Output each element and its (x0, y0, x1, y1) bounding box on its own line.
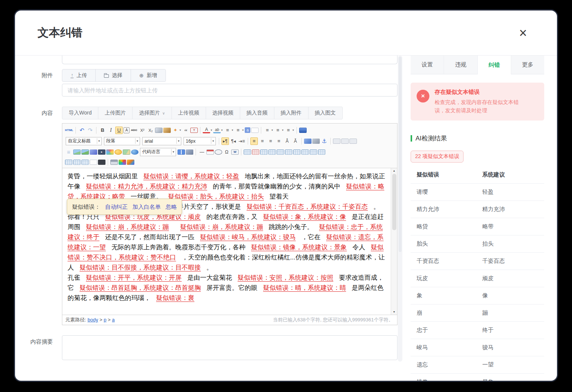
error-annotation[interactable]: 疑似错误：象，系统建议：像 (263, 213, 346, 220)
undo-icon[interactable]: ↶ (78, 127, 86, 134)
error-annotation[interactable]: 疑似错误：崩，系统建议：蹦 (180, 223, 263, 231)
insert-audio-button[interactable]: 插入音频 (240, 107, 274, 119)
special-char-icon[interactable]: Ω (223, 148, 230, 156)
first-line-indent-icon[interactable]: ⇥≡ (238, 137, 245, 145)
upload-video-button[interactable]: 上传视频 (172, 107, 206, 119)
path-link-body[interactable]: body (87, 317, 98, 323)
heading-select[interactable]: 自定义标题▾ (66, 137, 102, 145)
search-replace-icon[interactable] (98, 160, 105, 165)
suspected-error-row[interactable]: 千资百态千姿百态 (411, 253, 544, 270)
paragraph-format-select[interactable]: 段落▾ (104, 137, 140, 145)
highlight-color-icon[interactable]: ab (213, 127, 221, 133)
error-annotation[interactable]: 疑似错误：千资百态，系统建议：千姿百态 (247, 203, 368, 210)
table-fit-icon[interactable] (318, 149, 325, 155)
date-icon[interactable] (206, 149, 214, 155)
path-link-p[interactable]: p (104, 317, 106, 323)
font-color-icon[interactable]: A (203, 127, 210, 133)
title-input-partial[interactable] (62, 56, 397, 64)
tab-more[interactable]: 更多 (511, 56, 544, 74)
table-full-width-icon[interactable] (301, 149, 309, 155)
insert-table-icon[interactable] (244, 149, 251, 155)
align-left-icon[interactable]: ≡ (250, 137, 258, 145)
typeset-icon[interactable] (127, 160, 134, 165)
error-annotation[interactable]: 疑似错误：开平，系统建议：开屏 (86, 274, 182, 281)
attachment-url-input[interactable] (62, 84, 397, 96)
font-size-select[interactable]: 16px▾ (184, 137, 216, 145)
font-border-icon[interactable]: A (123, 127, 129, 133)
subscript-icon[interactable]: X₂ (147, 127, 154, 134)
auto-correct-link[interactable]: 自动纠正 (105, 202, 128, 212)
upload-image-button[interactable]: 上传图片 (98, 107, 132, 119)
redo-icon[interactable]: ↷ (86, 127, 94, 134)
scrollbar-thumb[interactable] (392, 174, 396, 230)
gmap-icon[interactable] (131, 149, 138, 155)
summary-textarea[interactable] (62, 335, 397, 360)
bold-icon[interactable]: B (99, 127, 106, 134)
align-center-icon[interactable]: ≡ (259, 137, 266, 145)
font-family-select[interactable]: arial▾ (142, 137, 181, 145)
underline-icon[interactable]: U (115, 127, 123, 134)
align-justify-icon[interactable]: ≡ (275, 137, 283, 145)
superscript-icon[interactable]: X² (138, 127, 146, 134)
italic-icon[interactable]: I (107, 127, 114, 134)
scroll-up-icon[interactable]: ▲ (393, 169, 396, 173)
anchor-text-icon[interactable]: a (245, 127, 250, 133)
suspected-error-row[interactable]: 胎头抬头 (411, 235, 544, 253)
suspected-error-row[interactable]: 忠于终于 (411, 322, 544, 339)
image-right-icon[interactable] (349, 139, 357, 144)
increase-font-icon[interactable]: Â (283, 137, 291, 145)
delete-table-icon[interactable] (252, 149, 259, 155)
correction-icon[interactable] (119, 160, 126, 165)
suspected-error-row[interactable]: 象像 (411, 287, 544, 305)
error-annotation[interactable]: 疑似错误：峻马，系统建议：骏马 (200, 234, 296, 241)
add-new-button[interactable]: ⊕新增 (131, 69, 166, 81)
new-doc-icon[interactable] (251, 128, 259, 133)
error-annotation[interactable]: 疑似错误：胎头，系统建议：抬头 (168, 193, 264, 200)
unordered-list-icon[interactable]: ≡ (234, 127, 242, 134)
image-center-icon[interactable] (341, 139, 349, 144)
time-icon[interactable] (215, 149, 222, 155)
suspected-error-row[interactable]: 略贷略带 (411, 218, 544, 235)
upload-image-icon[interactable] (81, 149, 89, 155)
horizontal-rule-icon[interactable]: — (198, 148, 206, 156)
code-language-select[interactable]: 代码语言▾ (140, 148, 176, 156)
unlink-icon[interactable] (312, 139, 320, 144)
template-doc-icon[interactable] (90, 160, 97, 165)
split-cell-icon[interactable] (293, 149, 301, 155)
form-scrollbar[interactable] (398, 56, 402, 362)
select-file-button[interactable]: 选择 (95, 69, 131, 81)
suspected-error-row[interactable]: 峻马骏马 (411, 339, 544, 356)
error-annotation[interactable]: 疑似错误：安照，系统建议：按照 (238, 274, 333, 281)
word-image-icon[interactable]: W (231, 149, 239, 155)
paste-as-text-icon[interactable]: T (190, 128, 198, 133)
import-word-button[interactable]: 导入Word (62, 107, 98, 119)
table-center-icon[interactable] (310, 149, 317, 155)
editor-content[interactable]: 黄昏，一缕轻烟从烟囱里疑似错误：请缨，系统建议：轻盈地飘出来，地面还特么的留有一… (62, 168, 391, 315)
suspected-error-row[interactable]: 遗忘一望 (411, 356, 544, 374)
align-right-icon[interactable]: ≡ (267, 137, 274, 145)
print-icon[interactable] (110, 160, 118, 165)
error-annotation[interactable]: 疑似错误：晴，系统建议：睛 (263, 284, 346, 291)
split-cols-icon[interactable] (73, 160, 81, 165)
attachment-icon[interactable] (90, 149, 97, 155)
table-caption-icon[interactable] (260, 149, 268, 155)
error-annotation[interactable]: 疑似错误：镜像，系统建议：景象 (251, 244, 347, 251)
suspected-error-row[interactable]: 镜像景象 (411, 374, 544, 381)
tab-settings[interactable]: 设置 (411, 56, 444, 74)
merge-cells-icon[interactable] (81, 160, 89, 165)
select-video-button[interactable]: 选择视频 (206, 107, 240, 119)
error-annotation[interactable]: 疑似错误：精力允沛，系统建议：精力充沛 (86, 183, 207, 190)
anchor-icon[interactable]: ⚓ (321, 137, 328, 145)
add-whitelist-link[interactable]: 加入白名单 (132, 202, 161, 212)
scroll-down-icon[interactable]: ▼ (393, 310, 396, 314)
merge-right-icon[interactable] (277, 149, 284, 155)
format-painter-icon[interactable] (163, 128, 171, 133)
insert-image-icon[interactable] (73, 149, 81, 155)
upload-button[interactable]: ↑上传 (62, 69, 95, 81)
tab-correction[interactable]: 纠错 (477, 56, 511, 74)
tab-violations[interactable]: 违规 (444, 56, 477, 74)
link-icon[interactable] (304, 139, 312, 144)
map-icon[interactable] (123, 149, 130, 155)
error-annotation[interactable]: 疑似错误：襄 (156, 294, 194, 302)
editor-scrollbar[interactable]: ▲ ▼ (391, 168, 397, 315)
